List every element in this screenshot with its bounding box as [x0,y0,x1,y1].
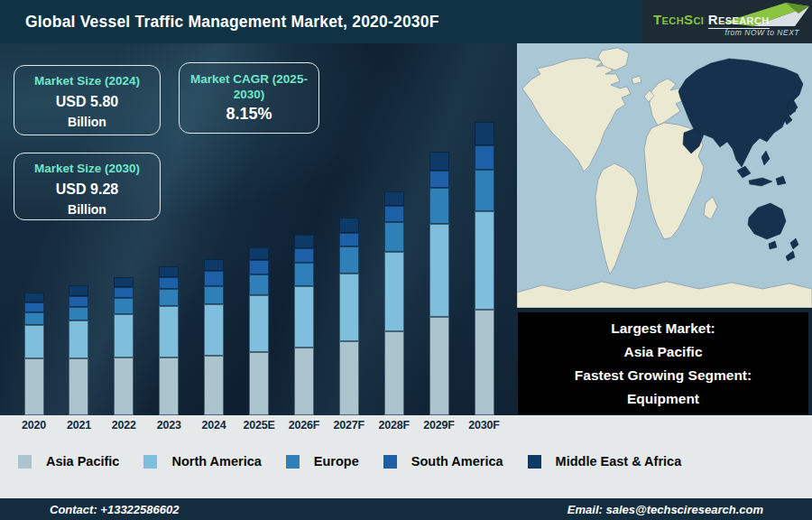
bar-2026F [294,235,314,415]
legend-swatch-icon [286,455,300,469]
bar-segment-south-america [429,171,449,188]
bar-segment-middle-east-africa [114,277,134,287]
bar-2027F [339,218,359,415]
x-axis-label: 2022 [98,419,149,432]
legend-label: North America [171,454,261,469]
bar-segment-middle-east-africa [69,285,88,296]
x-axis-label: 2023 [143,419,194,432]
bar-segment-south-america [24,302,44,312]
legend-item-north-america: North America [143,454,261,469]
bar-segment-north-america [114,314,134,358]
bar-segment-north-america [249,295,269,352]
bar-segment-europe [384,222,404,252]
header-bar: Global Vessel Traffic Management Market,… [0,0,812,43]
bar-segment-middle-east-africa [204,259,224,271]
bar-segment-asia-pacific [475,310,494,415]
legend-item-asia-pacific: Asia Pacific [18,454,119,469]
bar-2020 [24,292,44,415]
bar-segment-middle-east-africa [24,292,44,302]
legend-label: Europe [314,454,359,469]
logo-tagline: from NOW to NEXT [724,28,799,37]
x-axis-label: 2026F [279,419,329,432]
bar-segment-asia-pacific [339,341,359,415]
bar-segment-south-america [294,248,314,263]
callout-line: Equipment [518,387,808,411]
x-axis-label: 2028F [369,419,420,432]
legend-label: South America [411,454,503,469]
bar-segment-north-america [475,211,494,310]
bar-segment-asia-pacific [114,358,134,415]
bar-segment-north-america [159,306,179,358]
callout-box: Largest Market: Asia Pacific Fastest Gro… [518,312,808,414]
bar-segment-south-america [114,287,134,298]
legend-label: Asia Pacific [46,454,119,469]
bar-segment-south-america [69,296,88,307]
x-axis-label: 2027F [324,419,374,432]
x-axis-label: 2020 [9,419,60,432]
bar-segment-asia-pacific [204,356,224,415]
x-axis-label: 2024 [189,419,239,432]
bar-segment-asia-pacific [384,331,404,415]
bar-segment-middle-east-africa [249,247,269,260]
bar-segment-south-america [475,145,494,170]
bar-segment-europe [69,307,88,320]
x-axis-label: 2029F [414,419,465,432]
logo-brand-primary: TechSci [653,12,708,27]
legend-swatch-icon [18,455,32,469]
bar-2029F [429,152,449,415]
bar-segment-north-america [294,286,314,348]
infographic: Global Vessel Traffic Management Market,… [0,0,812,520]
bar-segment-south-america [339,233,359,246]
footer-contact: Contact: +13322586602 [50,503,179,516]
x-axis-label: 2025E [234,419,284,432]
bar-2030F [475,122,494,415]
bar-segment-north-america [384,252,404,331]
bar-segment-europe [429,188,449,224]
bar-segment-middle-east-africa [159,266,179,277]
legend-swatch-icon [528,455,541,469]
bar-segment-europe [249,274,269,295]
bar-segment-europe [475,170,494,211]
callout-line: Fastest Growing Segment: [518,364,808,387]
bar-segment-europe [24,312,44,325]
x-axis-label: 2021 [53,419,104,432]
bar-segment-asia-pacific [24,358,44,415]
bar-segment-middle-east-africa [294,235,314,248]
bar-segment-north-america [24,325,44,358]
axis-legend-band: 202020212022202320242025E2026F2027F2028F… [0,415,812,498]
bar-2024 [204,259,224,415]
bar-2021 [69,285,88,415]
bar-segment-south-america [204,271,224,286]
footer-bar: Contact: +13322586602 Email: sales@techs… [0,498,812,520]
bar-segment-north-america [339,274,359,341]
bar-segment-south-america [249,260,269,274]
callout-line: Asia Pacific [518,340,808,364]
legend-item-middle-east-africa: Middle East & Africa [528,454,682,469]
legend: Asia PacificNorth AmericaEuropeSouth Ame… [0,454,812,469]
bar-segment-middle-east-africa [384,191,404,206]
bar-segment-europe [159,289,179,306]
legend-swatch-icon [143,455,157,469]
bar-segment-north-america [69,320,88,358]
footer-email: Email: sales@techsciresearch.com [567,503,763,516]
legend-item-europe: Europe [286,454,359,469]
bar-segment-europe [294,263,314,286]
logo: TechSci Research from NOW to NEXT [642,0,812,43]
legend-item-south-america: South America [383,454,503,469]
bar-segment-north-america [429,224,449,317]
bars-layer [0,43,517,415]
bar-2023 [159,266,179,415]
bar-segment-asia-pacific [429,317,449,415]
bar-segment-europe [204,286,224,304]
legend-label: Middle East & Africa [556,454,682,469]
bar-segment-south-america [159,277,179,289]
x-axis-labels: 202020212022202320242025E2026F2027F2028F… [0,419,517,435]
bar-segment-europe [339,246,359,274]
bar-segment-europe [114,298,134,314]
world-map [517,43,812,308]
bar-segment-asia-pacific [69,358,88,415]
callout-line: Largest Market: [518,317,808,340]
bar-segment-north-america [204,304,224,356]
bar-segment-middle-east-africa [475,122,494,145]
bar-2028F [384,191,404,415]
